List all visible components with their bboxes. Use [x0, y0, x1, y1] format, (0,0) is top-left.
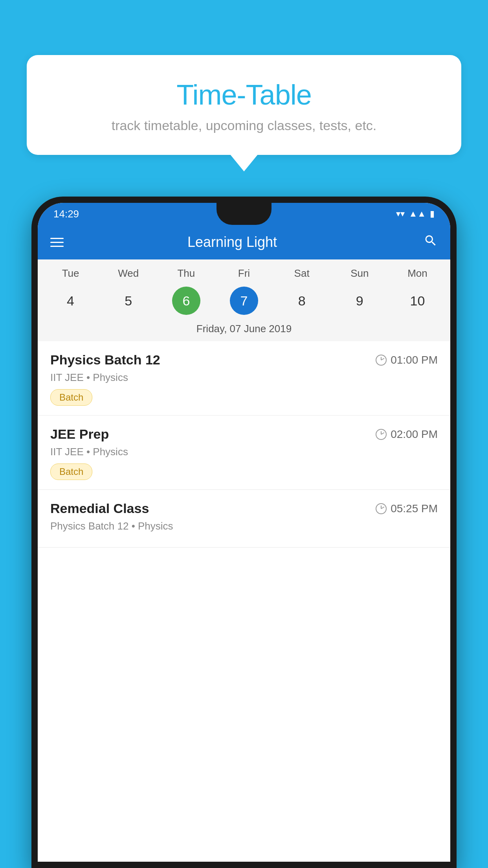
day-name-tue: Tue — [42, 267, 99, 283]
schedule-item-2-name: JEE Prep — [50, 427, 109, 442]
schedule-item-1-meta: IIT JEE • Physics — [50, 371, 438, 384]
schedule-item-1-time-text: 01:00 PM — [391, 354, 438, 366]
schedule-item-3-header: Remedial Class 05:25 PM — [50, 501, 438, 516]
status-icons: ▾▾ ▲▲ ▮ — [396, 209, 435, 219]
schedule-item-3-name: Remedial Class — [50, 501, 149, 516]
tooltip-title: Time-Table — [46, 79, 442, 111]
app-title: Learning Light — [73, 234, 391, 250]
phone-screen: 14:29 ▾▾ ▲▲ ▮ Learning Light — [38, 203, 450, 862]
schedule-item-1-badge: Batch — [50, 389, 92, 406]
selected-date-label: Friday, 07 June 2019 — [38, 320, 450, 341]
schedule-item-1-time: 01:00 PM — [376, 354, 438, 366]
schedule-item-3[interactable]: Remedial Class 05:25 PM Physics Batch 12… — [38, 490, 450, 548]
signal-icon: ▲▲ — [409, 209, 426, 219]
phone-frame: 14:29 ▾▾ ▲▲ ▮ Learning Light — [31, 197, 457, 868]
day-name-sun: Sun — [331, 267, 389, 283]
schedule-item-1[interactable]: Physics Batch 12 01:00 PM IIT JEE • Phys… — [38, 341, 450, 416]
tooltip-card: Time-Table track timetable, upcoming cla… — [27, 55, 461, 155]
clock-icon-2 — [376, 429, 387, 440]
battery-icon: ▮ — [430, 209, 435, 219]
status-time: 14:29 — [53, 208, 79, 220]
app-bar: Learning Light — [38, 225, 450, 259]
schedule-list: Physics Batch 12 01:00 PM IIT JEE • Phys… — [38, 341, 450, 548]
schedule-item-2-time: 02:00 PM — [376, 428, 438, 441]
status-bar: 14:29 ▾▾ ▲▲ ▮ — [38, 203, 450, 225]
schedule-item-3-time: 05:25 PM — [376, 502, 438, 515]
day-7-selected[interactable]: 7 — [230, 287, 258, 315]
tooltip-subtitle: track timetable, upcoming classes, tests… — [46, 118, 442, 133]
schedule-item-2-meta: IIT JEE • Physics — [50, 446, 438, 458]
hamburger-menu-icon[interactable] — [50, 238, 64, 247]
day-4[interactable]: 4 — [57, 287, 85, 315]
schedule-item-1-header: Physics Batch 12 01:00 PM — [50, 352, 438, 368]
day-name-sat: Sat — [273, 267, 331, 283]
schedule-item-2-badge: Batch — [50, 463, 92, 480]
schedule-item-2-time-text: 02:00 PM — [391, 428, 438, 441]
schedule-item-3-meta: Physics Batch 12 • Physics — [50, 520, 438, 532]
schedule-item-2[interactable]: JEE Prep 02:00 PM IIT JEE • Physics Batc… — [38, 416, 450, 490]
search-button[interactable] — [424, 234, 438, 251]
schedule-item-1-name: Physics Batch 12 — [50, 352, 160, 368]
notch — [216, 203, 272, 225]
day-6-today[interactable]: 6 — [172, 287, 200, 315]
schedule-item-3-time-text: 05:25 PM — [391, 502, 438, 515]
days-header: Tue Wed Thu Fri Sat Sun Mon — [38, 267, 450, 283]
schedule-item-2-header: JEE Prep 02:00 PM — [50, 427, 438, 442]
calendar-strip: Tue Wed Thu Fri Sat Sun Mon 4 5 6 7 8 9 … — [38, 259, 450, 341]
day-5[interactable]: 5 — [114, 287, 143, 315]
day-name-thu: Thu — [157, 267, 215, 283]
clock-icon-3 — [376, 503, 387, 514]
day-name-mon: Mon — [389, 267, 446, 283]
day-name-wed: Wed — [99, 267, 157, 283]
day-8[interactable]: 8 — [288, 287, 316, 315]
day-9[interactable]: 9 — [345, 287, 374, 315]
day-name-fri: Fri — [215, 267, 273, 283]
day-10[interactable]: 10 — [403, 287, 431, 315]
wifi-icon: ▾▾ — [396, 209, 405, 219]
days-numbers: 4 5 6 7 8 9 10 — [38, 283, 450, 320]
clock-icon-1 — [376, 355, 387, 366]
